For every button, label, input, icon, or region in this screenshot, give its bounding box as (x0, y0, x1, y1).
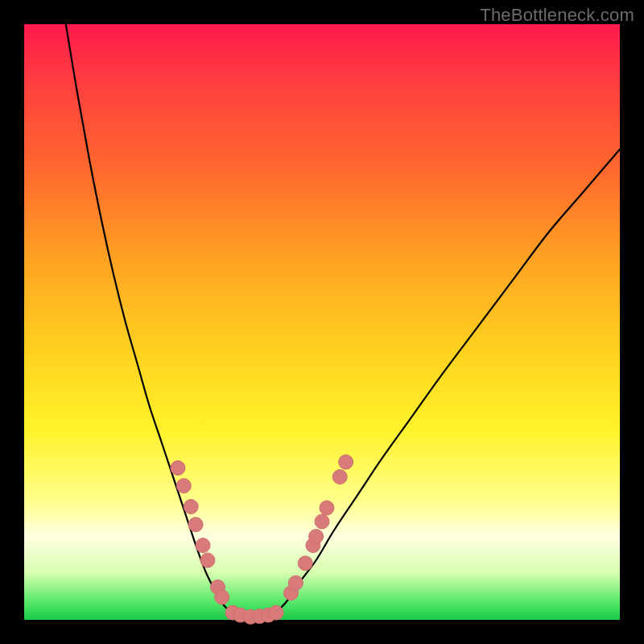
data-marker (176, 479, 191, 493)
chart-svg (24, 24, 620, 620)
data-marker (200, 553, 215, 568)
data-marker (298, 556, 312, 571)
markers-group (171, 455, 353, 624)
data-marker (171, 460, 185, 475)
data-marker (320, 501, 334, 515)
data-marker (269, 605, 283, 620)
data-marker (215, 590, 229, 605)
data-marker (188, 518, 203, 532)
data-marker (332, 469, 347, 484)
data-marker (309, 529, 324, 543)
curve-left-branch (66, 24, 233, 614)
data-marker (184, 499, 198, 514)
data-marker (339, 455, 353, 469)
data-marker (288, 576, 303, 590)
data-marker (315, 514, 329, 529)
curve-right-branch (275, 149, 620, 613)
watermark-text: TheBottleneck.com (480, 5, 634, 26)
data-marker (196, 539, 210, 553)
